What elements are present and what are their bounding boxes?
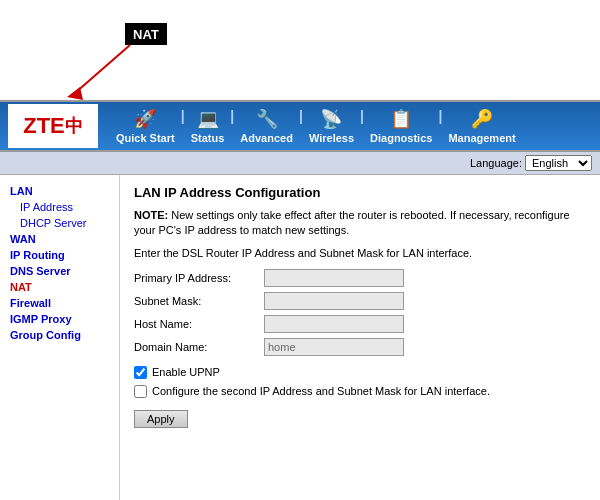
input-host-name[interactable]	[264, 315, 404, 333]
label-primary-ip: Primary IP Address:	[134, 272, 264, 284]
sidebar-item-ip-address[interactable]: IP Address	[0, 199, 119, 215]
language-bar: Language: English Chinese	[0, 152, 600, 175]
sidebar-section-firewall[interactable]: Firewall	[0, 295, 119, 311]
nav-status[interactable]: 💻 Status	[183, 108, 233, 144]
diagnostics-icon: 📋	[390, 108, 412, 130]
sidebar-item-dhcp-server[interactable]: DHCP Server	[0, 215, 119, 231]
page-title: LAN IP Address Configuration	[134, 185, 586, 200]
input-subnet-mask[interactable]	[264, 292, 404, 310]
label-domain-name: Domain Name:	[134, 341, 264, 353]
nav-management[interactable]: 🔑 Management	[440, 108, 523, 144]
checkbox-second-ip-label: Configure the second IP Address and Subn…	[152, 385, 490, 397]
desc-text: Enter the DSL Router IP Address and Subn…	[134, 247, 586, 259]
form-table: Primary IP Address: Subnet Mask: Host Na…	[134, 269, 586, 356]
navbar: ZTE中 🚀 Quick Start 💻 Status 🔧 Advanced 📡…	[0, 100, 600, 152]
note-box: NOTE: New settings only take effect afte…	[134, 208, 586, 239]
nav-quick-start-label: Quick Start	[116, 132, 175, 144]
sidebar-section-wan[interactable]: WAN	[0, 231, 119, 247]
nav-diagnostics[interactable]: 📋 Diagnostics	[362, 108, 440, 144]
nav-wireless-label: Wireless	[309, 132, 354, 144]
sidebar-section-lan[interactable]: LAN	[0, 183, 119, 199]
checkbox-upnp-label: Enable UPNP	[152, 366, 220, 378]
checkbox-second-ip[interactable]	[134, 385, 147, 398]
note-text: New settings only take effect after the …	[134, 209, 570, 236]
checkbox-row-upnp: Enable UPNP	[134, 366, 586, 379]
nav-quick-start[interactable]: 🚀 Quick Start	[108, 108, 183, 144]
nav-status-label: Status	[191, 132, 225, 144]
nav-management-label: Management	[448, 132, 515, 144]
sidebar-section-nat[interactable]: NAT	[0, 279, 119, 295]
form-row-host-name: Host Name:	[134, 315, 586, 333]
sidebar-section-ip-routing[interactable]: IP Routing	[0, 247, 119, 263]
nav-diagnostics-label: Diagnostics	[370, 132, 432, 144]
svg-line-2	[75, 45, 130, 93]
sidebar: LAN IP Address DHCP Server WAN IP Routin…	[0, 175, 120, 500]
label-host-name: Host Name:	[134, 318, 264, 330]
checkbox-upnp[interactable]	[134, 366, 147, 379]
svg-text:NAT: NAT	[133, 27, 159, 42]
input-domain-name[interactable]	[264, 338, 404, 356]
form-row-subnet-mask: Subnet Mask:	[134, 292, 586, 310]
form-row-primary-ip: Primary IP Address:	[134, 269, 586, 287]
language-label: Language:	[470, 157, 522, 169]
sidebar-section-group-config[interactable]: Group Config	[0, 327, 119, 343]
input-primary-ip[interactable]	[264, 269, 404, 287]
note-bold: NOTE:	[134, 209, 168, 221]
nav-advanced[interactable]: 🔧 Advanced	[232, 108, 301, 144]
sidebar-section-igmp-proxy[interactable]: IGMP Proxy	[0, 311, 119, 327]
sidebar-section-dns-server[interactable]: DNS Server	[0, 263, 119, 279]
wireless-icon: 📡	[320, 108, 342, 130]
form-row-domain-name: Domain Name:	[134, 338, 586, 356]
main-area: LAN IP Address DHCP Server WAN IP Routin…	[0, 175, 600, 500]
nav-wireless[interactable]: 📡 Wireless	[301, 108, 362, 144]
status-icon: 💻	[197, 108, 219, 130]
nav-advanced-label: Advanced	[240, 132, 293, 144]
nav-items: 🚀 Quick Start 💻 Status 🔧 Advanced 📡 Wire…	[108, 108, 592, 144]
logo: ZTE中	[8, 104, 98, 148]
advanced-icon: 🔧	[256, 108, 278, 130]
label-subnet-mask: Subnet Mask:	[134, 295, 264, 307]
language-select[interactable]: English Chinese	[525, 155, 592, 171]
checkbox-row-second-ip: Configure the second IP Address and Subn…	[134, 385, 586, 398]
nat-arrow-diagram: NAT	[45, 15, 185, 105]
quick-start-icon: 🚀	[134, 108, 156, 130]
content-area: LAN IP Address Configuration NOTE: New s…	[120, 175, 600, 500]
apply-button[interactable]: Apply	[134, 410, 188, 428]
management-icon: 🔑	[471, 108, 493, 130]
